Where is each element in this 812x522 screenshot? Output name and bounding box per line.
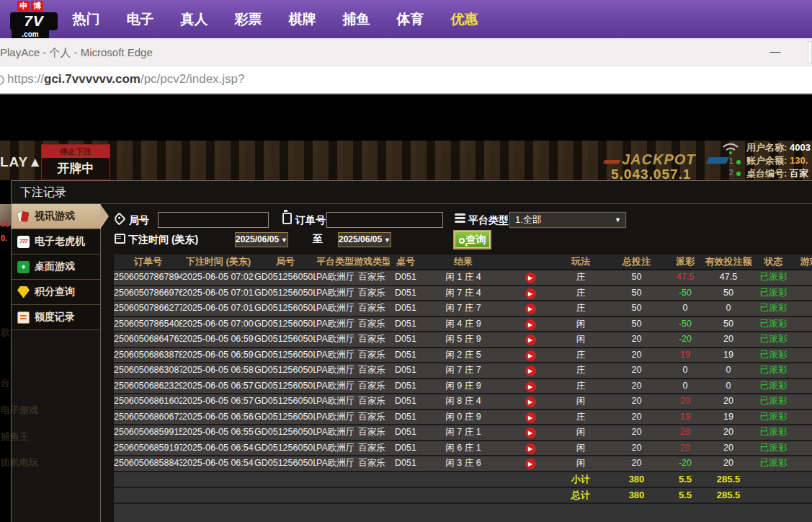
cell-result: 闲 8 庄 4 bbox=[421, 394, 505, 409]
play-button[interactable]: ▶ bbox=[525, 459, 536, 469]
play-button[interactable]: ▶ bbox=[525, 428, 536, 438]
play-button[interactable]: ▶ bbox=[525, 288, 536, 299]
play-button[interactable]: ▶ bbox=[525, 319, 536, 330]
cell-table: D051 bbox=[390, 270, 421, 285]
user-info-panel: 用户名称: 4003 账户余额: 130. 桌台编号: 百家 bbox=[746, 141, 811, 180]
nav-item-捕鱼[interactable]: 捕鱼 bbox=[329, 0, 383, 38]
slots-777-icon: 777 bbox=[17, 236, 30, 248]
cell-status: 已派彩 bbox=[754, 286, 793, 301]
cell-valid: 19 bbox=[703, 410, 754, 425]
total-label: 总计 bbox=[556, 488, 606, 503]
url-scheme: https:// bbox=[7, 72, 44, 86]
cell-round: GD051256050L9 bbox=[254, 332, 316, 347]
cell-game: 百家乐 bbox=[354, 379, 390, 394]
cell-extra bbox=[793, 410, 812, 425]
balance-value: 130. bbox=[790, 155, 808, 166]
cell-round: GD051256050LA bbox=[254, 317, 316, 332]
cell-valid: 20 bbox=[703, 394, 754, 409]
background-fragment: 03 bbox=[1, 220, 9, 229]
background-fragment: 台 bbox=[1, 377, 10, 390]
nav-item-棋牌[interactable]: 棋牌 bbox=[275, 0, 329, 38]
cell-total: 20 bbox=[606, 425, 667, 440]
nav-item-电子[interactable]: 电子 bbox=[113, 0, 167, 38]
table-number-label: 桌台编号: bbox=[746, 168, 787, 179]
play-button[interactable]: ▶ bbox=[525, 366, 536, 376]
table-row: 2506050685884352025-06-05 06:54:36GD0512… bbox=[114, 456, 812, 472]
play-button[interactable]: ▶ bbox=[525, 443, 536, 454]
sidebar-item-视讯游戏[interactable]: 视讯游戏 bbox=[12, 204, 100, 229]
sidebar-item-label: 积分查询 bbox=[35, 286, 75, 298]
cell-order: 250605078678944 bbox=[114, 270, 182, 285]
url-text[interactable]: https://gci.7vvvvvv.com/pc/pcv2/index.js… bbox=[7, 72, 245, 87]
cell-PLAY: ▶ bbox=[505, 332, 556, 347]
nav-item-真人[interactable]: 真人 bbox=[167, 0, 221, 38]
play-button[interactable]: ▶ bbox=[525, 273, 536, 283]
search-icon bbox=[459, 238, 465, 244]
play-button[interactable]: ▶ bbox=[525, 304, 536, 314]
cell-valid: 20 bbox=[703, 332, 754, 347]
maximize-button-partial[interactable] bbox=[808, 41, 812, 63]
cell-PLAY: ▶ bbox=[505, 270, 556, 285]
browser-urlbar[interactable]: https://gci.7vvvvvv.com/pc/pcv2/index.js… bbox=[0, 66, 812, 94]
cell-status: 已派彩 bbox=[754, 332, 793, 347]
opening-cards-label: 开牌中 bbox=[42, 158, 110, 180]
cell-table: D051 bbox=[390, 301, 421, 316]
cell-time: 2025-06-05 06:56:17 bbox=[182, 410, 254, 425]
nav-item-体育[interactable]: 体育 bbox=[383, 0, 437, 38]
table-row: 2506050786540862025-06-05 07:00:35GD0512… bbox=[114, 317, 812, 333]
query-button[interactable]: 查询 bbox=[455, 231, 490, 248]
table-number-value: 百家 bbox=[790, 168, 808, 179]
column-header-play bbox=[505, 255, 556, 269]
cell-platform: PA欧洲厅 bbox=[316, 425, 354, 440]
platform-type-select[interactable]: 1.全部 ▼ bbox=[509, 212, 626, 228]
minimize-button[interactable]: — bbox=[762, 38, 788, 66]
sidebar-item-电子老虎机[interactable]: 777电子老虎机 bbox=[12, 229, 100, 255]
cell-order: 250605068638781 bbox=[114, 348, 182, 363]
cell-extra bbox=[793, 270, 812, 285]
table-row: 2506050686067292025-06-05 06:56:17GD0512… bbox=[114, 410, 812, 426]
date-from-select[interactable]: 2025/06/05▼ bbox=[235, 232, 288, 247]
total-value bbox=[182, 472, 254, 487]
play-button[interactable]: ▶ bbox=[525, 381, 536, 392]
cell-time: 2025-06-05 06:59:58 bbox=[182, 332, 254, 347]
table-total-row-小计: 小计3805.5285.5 bbox=[114, 472, 812, 488]
round-input[interactable] bbox=[158, 212, 269, 228]
balance-label: 账户余额: bbox=[746, 155, 787, 166]
total-value: 285.5 bbox=[703, 488, 754, 503]
play-button[interactable]: ▶ bbox=[525, 350, 536, 361]
play-button[interactable]: ▶ bbox=[525, 397, 536, 407]
nav-item-彩票[interactable]: 彩票 bbox=[221, 0, 275, 38]
cell-PLAY: ▶ bbox=[505, 286, 556, 301]
cell-round: GD051256050L7 bbox=[254, 363, 316, 378]
cell-table: D051 bbox=[390, 394, 421, 409]
cell-time: 2025-06-05 07:02:41 bbox=[182, 270, 254, 285]
total-label: 小计 bbox=[556, 472, 606, 487]
cell-payout: -50 bbox=[667, 286, 703, 301]
cell-status: 已派彩 bbox=[754, 301, 793, 316]
date-from-value: 2025/06/05 bbox=[236, 234, 279, 244]
cell-order: 250605078662770 bbox=[114, 301, 182, 316]
user-name-label: 用户名称: bbox=[746, 142, 787, 153]
total-value bbox=[114, 488, 182, 503]
sidebar-item-桌面游戏[interactable]: ♦桌面游戏 bbox=[12, 255, 100, 280]
platform-type-value: 1.全部 bbox=[515, 214, 542, 225]
total-value bbox=[421, 488, 505, 503]
cell-bet: 闲 bbox=[556, 456, 606, 471]
logo-com: .com bbox=[12, 30, 49, 38]
date-to-select[interactable]: 2025/06/05▼ bbox=[338, 232, 391, 247]
cell-valid: 50 bbox=[703, 286, 754, 301]
total-value bbox=[254, 472, 316, 487]
order-input[interactable] bbox=[326, 212, 443, 228]
cell-game: 百家乐 bbox=[354, 317, 390, 332]
sidebar-item-积分查询[interactable]: 积分查询 bbox=[12, 280, 100, 305]
cell-result: 闲 7 庄 1 bbox=[421, 425, 505, 440]
platform-type-icon bbox=[455, 213, 465, 224]
cell-payout: -50 bbox=[667, 317, 703, 332]
play-button[interactable]: ▶ bbox=[525, 412, 536, 423]
nav-item-热门[interactable]: 热门 bbox=[59, 0, 113, 38]
sidebar-item-额度记录[interactable]: 额度记录 bbox=[12, 305, 100, 330]
order-clipboard-icon bbox=[282, 213, 292, 224]
page-info-icon[interactable] bbox=[0, 75, 4, 85]
nav-item-优惠[interactable]: 优惠 bbox=[437, 0, 491, 38]
play-button[interactable]: ▶ bbox=[525, 335, 536, 345]
